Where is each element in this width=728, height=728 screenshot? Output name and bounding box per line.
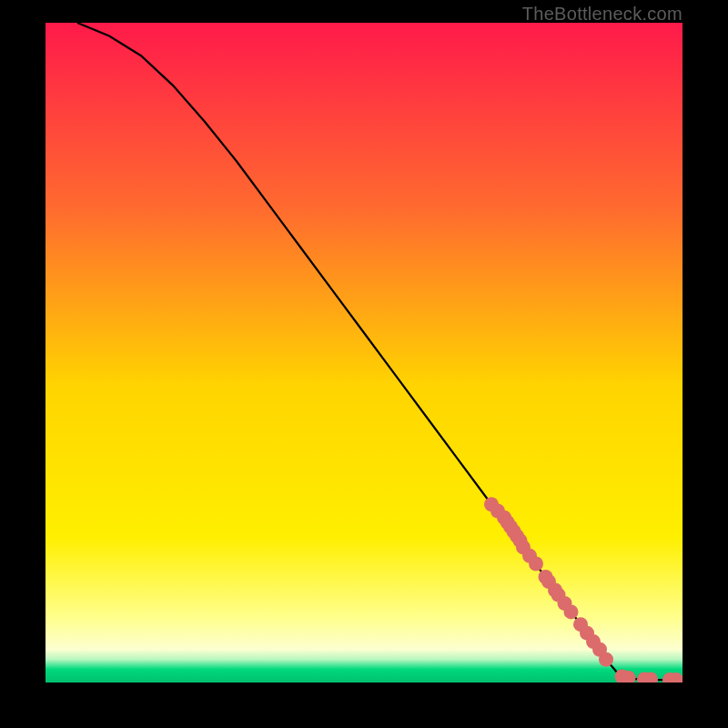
watermark-text: TheBottleneck.com xyxy=(522,4,682,25)
data-point xyxy=(564,604,579,619)
data-point xyxy=(599,652,613,667)
chart-frame: TheBottleneck.com xyxy=(0,0,728,728)
chart-plot xyxy=(46,23,682,682)
gradient-background xyxy=(46,23,682,682)
data-point xyxy=(529,557,543,571)
